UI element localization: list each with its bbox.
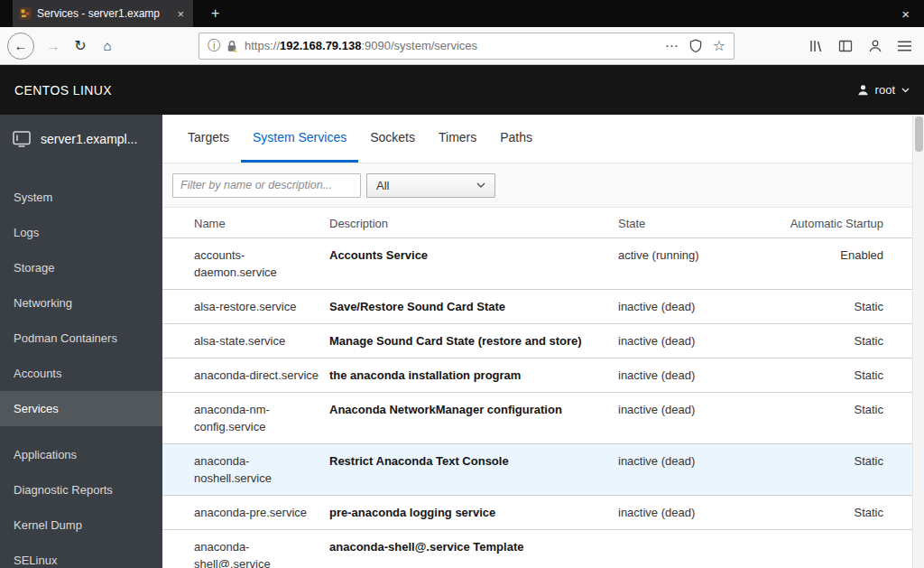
url-text: https://192.168.79.138:9090/system/servi… [245,39,654,52]
user-icon [857,84,869,96]
shield-icon[interactable] [689,39,702,53]
filter-input[interactable] [172,173,361,198]
service-startup: Static [785,298,883,315]
sidebar-item-system[interactable]: System [0,180,162,215]
service-state: inactive (dead) [618,452,785,487]
library-icon[interactable] [808,39,823,53]
table-row-alsa-state-service[interactable]: alsa-state.serviceManage Sound Card Stat… [162,324,912,358]
table-row-anaconda-pre-service[interactable]: anaconda-pre.servicepre-anaconda logging… [162,496,912,530]
tab-targets[interactable]: Targets [176,115,241,163]
service-startup: Static [785,452,883,487]
service-state: inactive (dead) [618,367,785,384]
service-description: anaconda-shell@.service Template [329,538,618,568]
service-name: anaconda-nm-config.service [194,401,329,435]
sidebar-nav: SystemLogsStorageNetworkingPodman Contai… [0,162,162,568]
sidebar-item-kernel-dump[interactable]: Kernel Dump [0,507,162,543]
service-name: anaconda-direct.service [194,367,329,384]
host-name: server1.exampl... [41,132,137,146]
service-name: anaconda-pre.service [194,504,329,521]
service-startup: Static [785,332,883,349]
sidebar-toggle-icon[interactable] [838,39,853,53]
state-filter-value: All [376,179,389,192]
service-startup: Static [785,367,883,384]
table-row-anaconda-direct-service[interactable]: anaconda-direct.servicethe anaconda inst… [162,358,912,393]
sidebar-item-services[interactable]: Services [0,391,162,426]
service-startup: Enabled [785,247,883,281]
tab-system-services[interactable]: System Services [241,115,358,163]
sidebar-item-accounts[interactable]: Accounts [0,356,162,391]
service-startup: Static [785,504,883,521]
sidebar-item-applications[interactable]: Applications [0,437,162,472]
service-state: active (running) [618,247,785,281]
sidebar-item-networking[interactable]: Networking [0,285,162,321]
table-row-anaconda-shell-service[interactable]: anaconda-shell@.serviceanaconda-shell@.s… [162,530,912,568]
tab-favicon-icon [19,7,32,20]
tab-sockets[interactable]: Sockets [358,115,427,163]
url-scheme: https:// [245,39,280,52]
forward-button[interactable]: → [40,33,67,60]
state-filter-dropdown[interactable]: All [366,173,495,198]
tab-paths[interactable]: Paths [488,115,544,163]
chevron-down-icon [901,88,910,93]
user-name: root [875,83,895,97]
url-bar[interactable]: ⓘ https://192.168.79.138:9090/system/ser… [199,33,735,60]
main-content: TargetsSystem ServicesSocketsTimersPaths… [162,115,924,568]
filter-bar: All [162,163,912,208]
tab-close-icon[interactable]: × [174,7,187,21]
host-selector[interactable]: server1.exampl... [0,115,162,162]
col-header-description: Description [329,217,618,230]
service-state [618,538,785,568]
services-tabs: TargetsSystem ServicesSocketsTimersPaths [162,115,912,163]
table-row-anaconda-nm-config-service[interactable]: anaconda-nm-config.serviceAnaconda Netwo… [162,393,912,444]
page-actions-icon[interactable]: ⋯ [665,38,679,54]
services-table: accounts-daemon.serviceAccounts Servicea… [162,238,912,568]
user-menu[interactable]: root [857,83,910,97]
sidebar-item-diagnostic-reports[interactable]: Diagnostic Reports [0,472,162,507]
app-body: server1.exampl... SystemLogsStorageNetwo… [0,115,924,568]
sidebar-item-logs[interactable]: Logs [0,215,162,250]
browser-toolbar: ← → ↻ ⌂ ⓘ https://192.168.79.138:9090/sy… [0,27,924,65]
sidebar-item-podman-containers[interactable]: Podman Containers [0,321,162,356]
service-state: inactive (dead) [618,504,785,521]
screen: Services - server1.examp × + × ← → ↻ ⌂ ⓘ… [0,0,924,568]
service-description: Manage Sound Card State (restore and sto… [329,332,618,349]
sidebar-item-selinux[interactable]: SELinux [0,543,162,568]
service-state: inactive (dead) [618,298,785,315]
service-name: anaconda-noshell.service [194,452,329,487]
col-header-state: State [618,217,785,230]
service-description: pre-anaconda logging service [329,504,618,521]
table-row-accounts-daemon-service[interactable]: accounts-daemon.serviceAccounts Servicea… [162,238,912,290]
bookmark-star-icon[interactable]: ☆ [713,37,725,54]
table-row-anaconda-noshell-service[interactable]: anaconda-noshell.serviceRestrict Anacond… [162,444,912,496]
window-close-button[interactable]: × [898,6,913,22]
service-startup: Static [785,401,883,435]
back-button[interactable]: ← [7,33,34,60]
new-tab-button[interactable]: + [206,5,225,22]
account-icon[interactable] [868,39,882,53]
browser-tab[interactable]: Services - server1.examp × [13,0,193,27]
service-name: alsa-restore.service [194,298,329,315]
service-name: alsa-state.service [194,332,329,349]
service-state: inactive (dead) [618,332,785,349]
scrollbar-thumb[interactable] [915,116,923,152]
col-header-name: Name [194,217,329,230]
brand-label: CENTOS LINUX [14,83,112,98]
table-row-alsa-restore-service[interactable]: alsa-restore.serviceSave/Restore Sound C… [162,290,912,324]
chevron-down-icon [476,182,485,188]
service-description: Restrict Anaconda Text Console [329,452,618,487]
reload-button[interactable]: ↻ [67,33,94,60]
service-description: Accounts Service [329,247,618,281]
browser-tab-bar: Services - server1.examp × + × [0,0,924,27]
url-path: :9090/system/services [361,39,477,52]
service-name: anaconda-shell@.service [194,538,329,568]
tab-timers[interactable]: Timers [427,115,488,163]
lock-icon[interactable] [226,40,237,52]
host-icon [13,131,31,147]
sidebar-item-storage[interactable]: Storage [0,250,162,285]
service-state: inactive (dead) [618,401,785,435]
home-button[interactable]: ⌂ [94,33,121,60]
scrollbar[interactable] [912,115,924,568]
masthead: CENTOS LINUX root [0,65,924,115]
hamburger-menu-icon[interactable] [898,41,911,51]
site-info-icon[interactable]: ⓘ [208,38,220,54]
